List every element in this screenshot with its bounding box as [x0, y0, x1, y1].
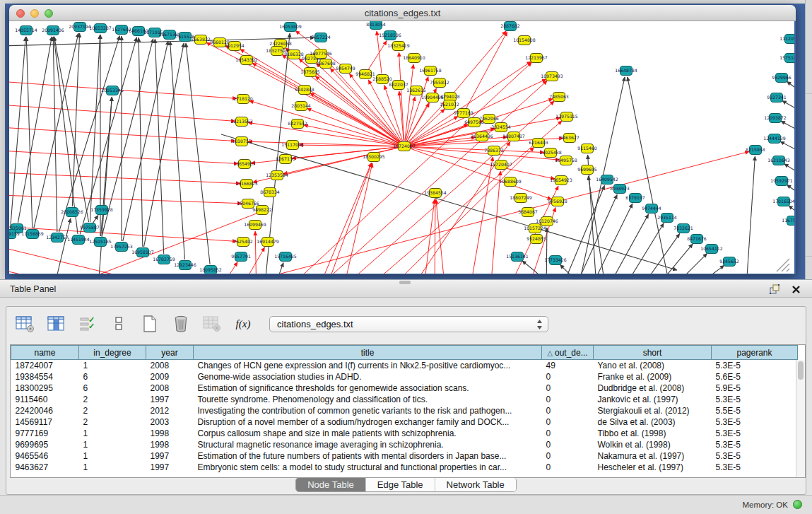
close-panel-icon[interactable]	[789, 283, 802, 296]
graph-node-label: 9524855	[526, 236, 546, 241]
function-builder-icon[interactable]: f(x)	[233, 314, 254, 334]
column-header-year[interactable]: year	[146, 346, 194, 360]
table-cell: 0	[542, 428, 594, 439]
table-cell: 14569117	[11, 416, 79, 428]
graph-node-label: 8215958	[746, 147, 765, 152]
table-scrollbar-thumb[interactable]	[798, 361, 804, 380]
graph-node-label: 11675330	[782, 218, 794, 223]
graph-node-label: 16914479	[257, 239, 279, 244]
splitter-handle[interactable]	[399, 281, 411, 284]
table-cell: Changes of HCN gene expression and I(f) …	[194, 360, 542, 372]
table-selector-value: citations_edges.txt	[277, 319, 353, 329]
graph-node-label: 6216403	[529, 140, 548, 145]
table-cell: 5.3E-5	[712, 394, 798, 405]
table-cell: Disruption of a novel member of a sodium…	[194, 416, 542, 428]
table-row[interactable]: 1938455462009Genome-wide association stu…	[11, 371, 798, 382]
table-cell: 5.3E-5	[712, 416, 798, 428]
table-cell: 1	[79, 360, 146, 372]
graph-node-label: 9699695	[577, 167, 597, 172]
table-row[interactable]: 1456911722003Disruption of a novel membe…	[11, 416, 798, 428]
table-row[interactable]: 911546021997Tourette syndrome. Phenomeno…	[11, 394, 798, 405]
graph-node-label: 16782759	[153, 257, 175, 262]
graph-node-label: 8471676	[687, 236, 707, 241]
new-table-icon[interactable]	[139, 314, 160, 334]
graph-node-label: 1810755	[232, 139, 252, 144]
tab-network-table[interactable]: Network Table	[435, 478, 516, 491]
graph-node-label: 7955812	[430, 80, 449, 85]
column-header-out_de[interactable]: △out_de...	[542, 346, 594, 360]
table-panel-inner: ✓ ✓	[6, 306, 806, 495]
graph-node-label: 9227341	[767, 95, 787, 100]
float-panel-icon[interactable]	[768, 283, 781, 296]
delete-table-icon[interactable]	[201, 314, 223, 334]
table-row[interactable]: 2242004622012Investigating the contribut…	[11, 405, 798, 416]
graph-node-label: 1362615	[406, 88, 426, 93]
column-header-name[interactable]: name	[11, 346, 79, 360]
graph-node-label: 16958107	[131, 250, 154, 255]
table-selector-dropdown[interactable]: citations_edges.txt	[269, 316, 548, 332]
table-row[interactable]: 969969511998Structural magnetic resonanc…	[11, 439, 798, 450]
dropdown-arrows-icon	[536, 319, 543, 334]
tab-node-table[interactable]: Node Table	[296, 478, 366, 491]
table-cell: Genome-wide association studies in ADHD.	[194, 371, 542, 382]
table-cell: 5.3E-5	[712, 439, 798, 450]
network-view-canvas[interactable]: 1872400776638229660128891295423226058183…	[9, 21, 794, 274]
graph-node-label: 6379197	[625, 195, 645, 200]
select-rows-icon[interactable]: ✓ ✓	[77, 314, 98, 334]
graph-node-label: 7832621	[673, 226, 693, 230]
graph-node-label: 14055714	[15, 28, 37, 33]
delete-rows-icon[interactable]	[170, 314, 192, 334]
graph-node-label: 10688609	[499, 179, 522, 184]
column-header-title[interactable]: title	[194, 346, 542, 360]
table-cell: 9115460	[11, 394, 79, 405]
window-title: citations_edges.txt	[9, 8, 796, 18]
table-cell: 5.3E-5	[712, 360, 798, 372]
table-row[interactable]: 946554611997Estimation of the future num…	[11, 450, 798, 462]
table-row[interactable]: 1872400712008Changes of HCN gene express…	[11, 360, 798, 372]
graph-node-label: 9975887	[80, 225, 100, 230]
table-row[interactable]: 977716911998Corpus callosum shape and si…	[11, 428, 798, 439]
table-options-icon[interactable]	[15, 314, 36, 334]
column-header-pagerank[interactable]: pagerank	[712, 346, 798, 360]
row-height-icon[interactable]	[108, 314, 129, 334]
graph-node-label: 10653287	[89, 25, 112, 30]
graph-node-label: 1621072	[440, 102, 459, 107]
table-row[interactable]: 946362711997Embryonic stem cells: a mode…	[11, 462, 798, 473]
window-titlebar[interactable]: citations_edges.txt	[9, 5, 796, 21]
column-visibility-icon[interactable]	[46, 314, 67, 334]
graph-node-label: 9777169	[454, 110, 473, 115]
table-cell: 1998	[146, 439, 194, 450]
graph-node-label: 7625402	[233, 239, 253, 244]
table-cell: 2	[79, 394, 146, 405]
table-scrollbar[interactable]	[796, 360, 805, 477]
graph-node-label: 10025438	[539, 150, 562, 155]
table-cell: 0	[542, 371, 594, 382]
graph-node-label: 8678334	[260, 189, 280, 194]
table-panel-body: ✓ ✓	[0, 298, 812, 514]
graph-node-label: 8912954	[225, 43, 245, 48]
graph-node-label: 18095852	[199, 267, 222, 272]
table-panel-header: Table Panel	[0, 279, 812, 298]
table-cell: Yano et al. (2008)	[594, 360, 712, 372]
table-cell: 1998	[146, 428, 194, 439]
table-cell: Dudbridge et al. (2008)	[594, 382, 712, 394]
graph-node-label: 2803144	[291, 103, 311, 108]
column-header-short[interactable]: short	[594, 346, 712, 360]
graph-node-label: 8427552	[288, 121, 307, 126]
tab-edge-table[interactable]: Edge Table	[366, 478, 435, 491]
graph-node-label: 16120746	[536, 218, 558, 223]
network-desktop: citations_edges.txt 18724007766382296601…	[0, 0, 812, 279]
table-cell: de Silva et al. (2003)	[594, 416, 712, 428]
table-cell: 6	[79, 382, 146, 394]
graph-node-label: 19495758	[555, 158, 577, 163]
table-cell: Tibbo et al. (1998)	[594, 428, 712, 439]
graph-node-label: 19654923	[550, 177, 572, 182]
table-row[interactable]: 1830029562008Estimation of significance …	[11, 382, 798, 394]
node-table-header: namein_degreeyeartitle△out_de...shortpag…	[11, 346, 798, 360]
graph-node-label: 12444139	[763, 136, 786, 141]
table-cell: Corpus callosum shape and size in male p…	[194, 428, 542, 439]
table-cell: 5.3E-5	[712, 428, 798, 439]
graph-node-label: 23226058	[269, 41, 292, 46]
column-header-in_degree[interactable]: in_degree	[79, 346, 146, 360]
memory-status-indicator[interactable]	[793, 500, 802, 509]
